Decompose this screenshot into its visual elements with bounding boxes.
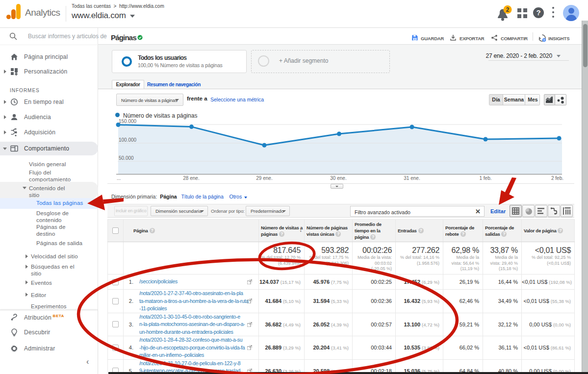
svg-text:31 ene.: 31 ene. [404,175,420,181]
svg-text:30 ene.: 30 ene. [330,175,346,181]
svg-text:2: 2 [506,6,510,13]
svg-text:150.000: 150.000 [119,119,137,124]
svg-text:100.000: 100.000 [119,137,137,143]
svg-text:50.000: 50.000 [119,155,134,161]
svg-text:28 ene.: 28 ene. [183,175,199,181]
svg-text:1 feb.: 1 feb. [479,175,491,181]
svg-text:...: ... [117,175,121,181]
svg-text:29 ene.: 29 ene. [256,175,272,181]
svg-text:2 feb.: 2 feb. [551,175,563,181]
